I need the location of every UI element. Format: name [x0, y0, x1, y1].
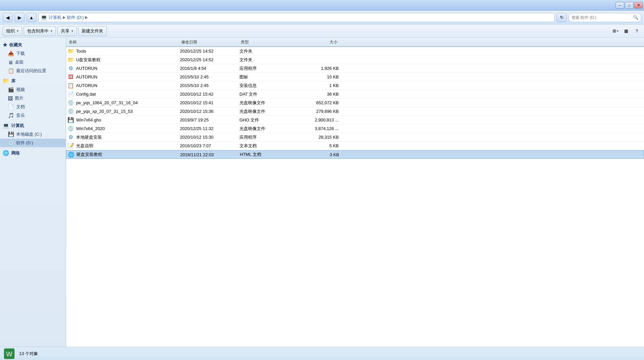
sidebar-item-software-d[interactable]: 💿 软件 (D:) [0, 139, 66, 147]
file-type-cell: 文件夹 [239, 57, 292, 63]
file-name-text: 本地硬盘安装 [76, 134, 102, 140]
file-type-cell: 应用程序 [239, 66, 292, 71]
sidebar-item-video[interactable]: 🎬 视频 [0, 85, 66, 94]
sidebar-section-favorites: ★ 收藏夹 📥 下载 🖥 桌面 📋 最近访问的位置 [0, 40, 66, 75]
maximize-button[interactable]: □ [625, 2, 633, 9]
status-app-icon: W [3, 348, 15, 360]
file-name-text: pe_yqs_1064_20_07_31_16_04 [76, 100, 138, 105]
file-size-cell: 5 KB [292, 143, 339, 148]
sidebar-item-docs[interactable]: 📄 文档 [0, 103, 66, 111]
file-name-text: Win7x64.gho [76, 117, 101, 122]
table-row[interactable]: ⚙ AUTORUN 2016/1/8 4:54 应用程序 1,926 KB [66, 64, 644, 73]
network-icon: 🌐 [3, 150, 9, 156]
view-icon: ⊞ [613, 28, 616, 33]
include-library-button[interactable]: 包含到库中 ▾ [23, 26, 56, 36]
up-icon: ▲ [29, 15, 34, 20]
preview-pane-button[interactable]: ▦ [622, 27, 631, 35]
close-button[interactable]: ✕ [634, 2, 643, 9]
view-toggle-button[interactable]: ⊞ ▾ [611, 27, 620, 35]
search-bar[interactable]: 🔍 [569, 13, 641, 22]
col-header-date[interactable]: 修改日期 [180, 38, 239, 46]
organize-dropdown-icon: ▾ [17, 29, 19, 33]
table-row[interactable]: 💿 pe_yqs_xp_20_07_31_15_53 2020/10/12 15… [66, 107, 644, 116]
file-name-text: AUTORUN [76, 83, 97, 88]
table-row[interactable]: 📋 AUTORUN 2015/5/10 2:45 安装信息 1 KB [66, 81, 644, 90]
table-row[interactable]: 💾 Win7x64.gho 2019/9/7 19:25 GHO 文件 2,90… [66, 116, 644, 124]
file-name-text: Tools [76, 49, 86, 54]
col-header-type[interactable]: 类型 [239, 38, 292, 46]
status-count: 13 个对象 [19, 351, 38, 357]
new-folder-button[interactable]: 新建文件夹 [78, 26, 107, 36]
file-size-cell: 3 KB [293, 152, 339, 157]
sidebar-section-network: 🌐 网络 [0, 149, 66, 158]
sidebar-network-header[interactable]: 🌐 网络 [0, 149, 66, 158]
file-type-icon: 📁 [67, 57, 74, 63]
file-name-text: 光盘说明 [76, 143, 93, 149]
toolbar: 组织 ▾ 包含到库中 ▾ 共享 ▾ 新建文件夹 ⊞ ▾ ▦ ? [0, 24, 644, 38]
sidebar-library-header[interactable]: 📁 库 [0, 76, 66, 85]
table-row[interactable]: 📁 U盘安装教程 2020/12/25 14:52 文件夹 [66, 56, 644, 64]
sidebar-computer-header[interactable]: 💻 计算机 [0, 121, 66, 130]
table-row[interactable]: 📁 Tools 2020/12/25 14:52 文件夹 [66, 47, 644, 56]
file-name-cell: ⚙ AUTORUN [67, 65, 180, 71]
file-area: 名称 修改日期 类型 大小 📁 Tools 2020/12/25 14:52 文… [66, 38, 644, 347]
sidebar-item-recent[interactable]: 📋 最近访问的位置 [0, 67, 66, 75]
file-type-cell: 文件夹 [239, 48, 292, 54]
docs-icon: 📄 [8, 104, 14, 110]
file-name-cell: 💿 pe_yqs_xp_20_07_31_15_53 [67, 108, 180, 114]
file-name-cell: ⚙ 本地硬盘安装 [67, 134, 180, 140]
breadcrumb-icon: 💻 [41, 14, 47, 21]
search-input[interactable] [572, 15, 632, 20]
file-size-cell: 1 KB [292, 83, 339, 88]
network-label: 网络 [11, 150, 20, 156]
file-size-cell: 1,926 KB [292, 66, 339, 71]
minimize-button[interactable]: ─ [616, 2, 624, 9]
file-name-text: 硬盘安装教程 [76, 152, 102, 158]
forward-button[interactable]: ▶ [15, 13, 24, 22]
file-type-icon: 💿 [67, 125, 74, 132]
breadcrumb-computer[interactable]: 计算机 [49, 15, 62, 21]
file-name-cell: 📄 Config.dat [67, 91, 180, 97]
table-row[interactable]: ⚙ 本地硬盘安装 2020/10/12 15:30 应用程序 28,315 KB [66, 133, 644, 142]
file-type-cell: 光盘映像文件 [239, 109, 292, 114]
computer-icon: 💻 [3, 122, 9, 129]
docs-label: 文档 [16, 104, 25, 110]
help-button[interactable]: ? [632, 27, 641, 35]
breadcrumb-software-d[interactable]: 软件 (D:) [67, 15, 84, 21]
address-bar: ◀ ▶ ▲ 💻 计算机 ▶ 软件 (D:) ▶ ↻ 🔍 [0, 11, 644, 24]
file-type-icon: ⚙ [67, 65, 74, 71]
local-c-label: 本地磁盘 (C:) [16, 131, 42, 137]
sidebar-item-music[interactable]: 🎵 音乐 [0, 111, 66, 120]
col-header-size[interactable]: 大小 [292, 38, 339, 46]
file-date-cell: 2016/10/23 7:07 [180, 143, 239, 148]
table-row[interactable]: 📝 光盘说明 2016/10/23 7:07 文本文档 5 KB [66, 142, 644, 150]
sidebar-item-downloads[interactable]: 📥 下载 [0, 49, 66, 58]
up-button[interactable]: ▲ [26, 13, 36, 22]
file-name-cell: 💿 pe_yqs_1064_20_07_31_16_04 [67, 100, 180, 106]
table-row[interactable]: 🌐 硬盘安装教程 2016/11/21 22:03 HTML 文档 3 KB [66, 150, 644, 159]
file-name-text: AUTORUN [76, 66, 97, 71]
file-type-cell: DAT 文件 [239, 91, 292, 97]
table-row[interactable]: 🖼 AUTORUN 2015/5/10 2:45 图标 10 KB [66, 73, 644, 81]
table-row[interactable]: 📄 Config.dat 2020/10/12 15:42 DAT 文件 36 … [66, 90, 644, 99]
file-date-cell: 2020/12/25 14:52 [180, 49, 239, 54]
organize-button[interactable]: 组织 ▾ [3, 26, 22, 36]
sidebar-item-desktop[interactable]: 🖥 桌面 [0, 58, 66, 67]
share-button[interactable]: 共享 ▾ [57, 26, 77, 36]
refresh-button[interactable]: ↻ [557, 13, 567, 22]
sidebar-item-local-c[interactable]: 💾 本地磁盘 (C:) [0, 130, 66, 139]
preview-icon: ▦ [624, 28, 628, 33]
table-row[interactable]: 💿 pe_yqs_1064_20_07_31_16_04 2020/10/12 … [66, 99, 644, 107]
computer-label: 计算机 [11, 123, 24, 129]
back-icon: ◀ [6, 15, 10, 20]
local-c-icon: 💾 [8, 131, 14, 137]
video-label: 视频 [16, 87, 25, 93]
col-header-name[interactable]: 名称 [67, 38, 180, 46]
share-label: 共享 [61, 28, 69, 34]
back-button[interactable]: ◀ [3, 13, 13, 22]
sidebar-item-pictures[interactable]: 🖼 图片 [0, 94, 66, 103]
breadcrumb[interactable]: 💻 计算机 ▶ 软件 (D:) ▶ [38, 13, 555, 22]
sidebar-favorites-header[interactable]: ★ 收藏夹 [0, 40, 66, 49]
table-row[interactable]: 💿 Win7x64_2020 2020/12/25 11:32 光盘映像文件 3… [66, 124, 644, 133]
file-type-icon: ⚙ [67, 134, 74, 140]
